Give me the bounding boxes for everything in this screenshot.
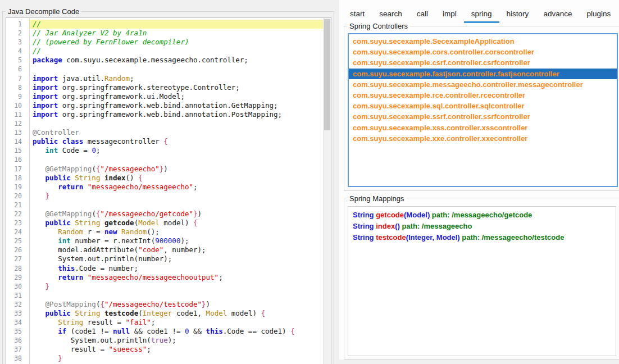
line-number: 15 <box>6 146 29 155</box>
tab-advance[interactable]: advance <box>536 4 579 23</box>
line-number: 2 <box>6 29 29 38</box>
code-line[interactable]: 24 Random r = new Random(); <box>6 228 323 236</box>
code-line[interactable]: 17 @GetMapping({"/messageecho"}) <box>6 165 323 174</box>
line-number: 19 <box>6 183 29 192</box>
controller-list-item[interactable]: com.suyu.secexample.xxe.controller.xxeco… <box>349 133 617 144</box>
code-editor[interactable]: 1//2// Jar Analyzer V2 by 4ra1n3// (powe… <box>6 17 331 364</box>
code-line[interactable]: 33 public String testcode(Integer code1,… <box>6 309 323 318</box>
code-line-text: result = "sueecss"; <box>29 345 323 354</box>
tab-spring[interactable]: spring <box>464 4 499 23</box>
controller-list-item[interactable]: com.suyu.secexample.messageecho.controll… <box>349 79 617 90</box>
code-line-text: String result = "fail"; <box>29 318 323 327</box>
line-number: 20 <box>6 192 29 201</box>
code-line[interactable]: 12 <box>6 119 323 128</box>
line-number: 34 <box>6 318 29 327</box>
code-line[interactable]: 21 <box>6 201 323 210</box>
code-line[interactable]: 4// <box>6 47 323 56</box>
code-line-text: System.out.println(number); <box>29 254 323 263</box>
line-number: 10 <box>6 101 29 110</box>
controller-list-item[interactable]: com.suyu.secexample.SecexampleApplicatio… <box>349 36 617 47</box>
tab-history[interactable]: history <box>499 4 536 23</box>
code-line[interactable]: 35 if (code1 != null && code1 != 0 && th… <box>6 327 323 336</box>
code-line[interactable]: 34 String result = "fail"; <box>6 318 323 327</box>
code-line[interactable]: 9import org.springframework.ui.Model; <box>6 92 323 101</box>
mappings-list[interactable]: String getcode(Model) path: /messageecho… <box>348 206 616 356</box>
line-number: 35 <box>6 327 29 336</box>
code-line[interactable]: 15 int Code = 0; <box>6 146 323 155</box>
line-number: 36 <box>6 336 29 345</box>
code-line[interactable]: 38 } <box>6 354 323 363</box>
code-line[interactable]: 27 System.out.println(number); <box>6 254 323 263</box>
controller-list-item[interactable]: com.suyu.secexample.ssrf.controller.ssrf… <box>349 111 617 122</box>
code-line[interactable]: 30 } <box>6 282 323 291</box>
controller-list-item[interactable]: com.suyu.secexample.cors.controller.cors… <box>349 47 617 57</box>
line-number: 27 <box>6 254 29 263</box>
code-line-text: this.Code = number; <box>29 264 323 273</box>
code-line-text: } <box>29 282 323 291</box>
line-number: 30 <box>6 282 29 291</box>
line-number: 26 <box>6 245 29 254</box>
code-line-text <box>29 65 323 74</box>
code-line[interactable]: 26 model.addAttribute("code", number); <box>6 245 323 254</box>
code-area[interactable]: 1//2// Jar Analyzer V2 by 4ra1n3// (powe… <box>6 20 323 364</box>
code-line[interactable]: 7import java.util.Random; <box>6 74 323 83</box>
line-number: 5 <box>6 56 29 65</box>
code-line[interactable]: 5package com.suyu.secexample.messageecho… <box>6 56 323 65</box>
controller-list-item[interactable]: com.suyu.secexample.csrf.controller.csrf… <box>349 57 617 68</box>
code-line[interactable]: 19 return "messageecho/messageecho"; <box>6 183 323 192</box>
code-line[interactable]: 14public class messagecontroller { <box>6 137 323 146</box>
code-line[interactable]: 32 @PostMapping({"/messageecho/testcode"… <box>6 300 323 309</box>
line-number: 16 <box>6 155 29 164</box>
code-line[interactable]: 25 int number = r.nextInt(900000); <box>6 236 323 245</box>
code-line[interactable]: 22 @GetMapping({"/messageecho/getcode"}) <box>6 210 323 219</box>
code-line-text: package com.suyu.secexample.messageecho.… <box>29 56 323 65</box>
tab-start[interactable]: start <box>343 4 372 23</box>
scrollbar-thumb[interactable] <box>324 19 330 130</box>
line-number: 31 <box>6 291 29 300</box>
mapping-list-item[interactable]: String index() path: /messageecho <box>348 221 616 232</box>
code-line[interactable]: 16 <box>6 155 323 164</box>
code-line[interactable]: 20 } <box>6 192 323 201</box>
code-line[interactable]: 10import org.springframework.web.bind.an… <box>6 101 323 110</box>
code-line-text: public String getcode(Model model) { <box>29 219 323 228</box>
code-line-text: import org.springframework.web.bind.anno… <box>29 110 323 119</box>
code-line[interactable]: 31 <box>6 291 323 300</box>
code-line-text <box>29 291 323 300</box>
tab-impl[interactable]: impl <box>435 4 464 23</box>
code-line[interactable]: 23 public String getcode(Model model) { <box>6 219 323 228</box>
code-line[interactable]: 29 return "messageecho/messageechooutput… <box>6 273 323 282</box>
controller-list-item[interactable]: com.suyu.secexample.fastjson.controller.… <box>349 69 617 79</box>
mapping-list-item[interactable]: String testcode(Integer, Model) path: /m… <box>348 232 616 243</box>
code-line[interactable]: 6 <box>6 65 323 74</box>
code-line[interactable]: 37 result = "sueecss"; <box>6 345 323 354</box>
tab-bar: startsearchcallimplspringhistoryadvancep… <box>342 0 619 23</box>
controller-list-item[interactable]: com.suyu.secexample.sql.controller.sqlco… <box>349 101 617 111</box>
line-number: 22 <box>6 210 29 219</box>
bottom-strip <box>339 360 619 364</box>
tab-plugins[interactable]: plugins <box>579 4 618 23</box>
line-number: 29 <box>6 273 29 282</box>
code-line-text: @PostMapping({"/messageecho/testcode"}) <box>29 300 323 309</box>
code-line[interactable]: 1// <box>6 20 323 29</box>
code-line[interactable]: 36 System.out.println(true); <box>6 336 323 345</box>
mappings-group-title: Spring Mappings <box>347 194 407 203</box>
controller-list-item[interactable]: com.suyu.secexample.xss.controller.xssco… <box>349 122 617 133</box>
code-line[interactable]: 18 public String index() { <box>6 174 323 183</box>
code-line[interactable]: 11import org.springframework.web.bind.an… <box>6 110 323 119</box>
code-line[interactable]: 2// Jar Analyzer V2 by 4ra1n <box>6 29 323 38</box>
code-line-text: System.out.println(true); <box>29 336 323 345</box>
tab-search[interactable]: search <box>372 4 409 23</box>
code-line[interactable]: 3// (powered by FernFlower decompiler) <box>6 38 323 47</box>
code-line-text <box>29 201 323 210</box>
code-line-text: int number = r.nextInt(900000); <box>29 236 323 245</box>
editor-vertical-scrollbar[interactable] <box>323 18 331 364</box>
controller-list-item[interactable]: com.suyu.secexample.rce.controller.rceco… <box>349 90 617 101</box>
tab-call[interactable]: call <box>409 4 435 23</box>
code-line[interactable]: 28 this.Code = number; <box>6 264 323 273</box>
code-line[interactable]: 13@Controller <box>6 128 323 137</box>
controllers-list[interactable]: com.suyu.secexample.SecexampleApplicatio… <box>348 33 618 187</box>
line-number: 13 <box>6 128 29 137</box>
line-number: 4 <box>6 47 29 56</box>
mapping-list-item[interactable]: String getcode(Model) path: /messageecho… <box>348 210 616 221</box>
code-line[interactable]: 8import org.springframework.stereotype.C… <box>6 83 323 92</box>
